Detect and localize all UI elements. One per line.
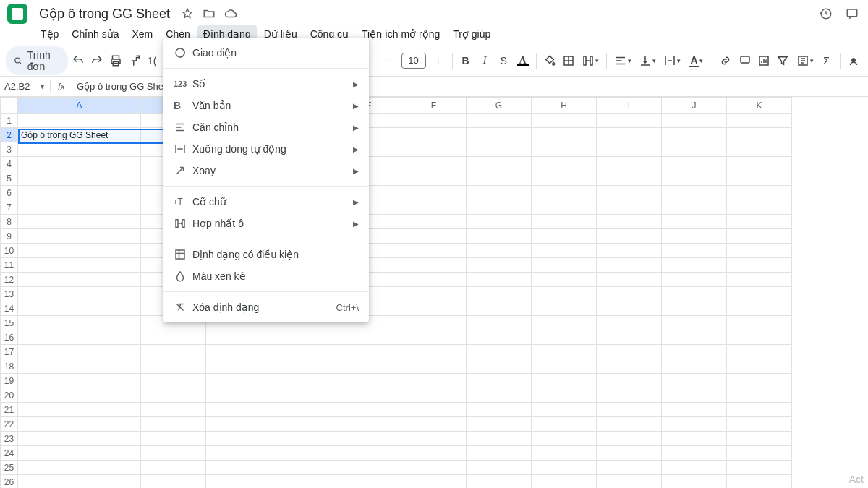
comment-button[interactable]	[736, 51, 754, 70]
cell-I12[interactable]	[597, 273, 662, 287]
cell-J21[interactable]	[662, 403, 727, 417]
cell-B25[interactable]	[141, 461, 206, 475]
cell-F10[interactable]	[401, 244, 467, 258]
cell-C23[interactable]	[206, 432, 271, 446]
cell-G16[interactable]	[467, 330, 532, 345]
star-icon[interactable]	[179, 5, 196, 22]
cell-E18[interactable]	[336, 359, 401, 374]
cell-B24[interactable]	[141, 446, 206, 461]
row-header-10[interactable]: 10	[1, 244, 18, 258]
cell-I26[interactable]	[597, 475, 662, 489]
cell-A6[interactable]	[18, 186, 141, 200]
cell-J23[interactable]	[662, 432, 727, 446]
cell-F21[interactable]	[401, 403, 467, 417]
cell-H17[interactable]	[532, 345, 597, 359]
cell-J19[interactable]	[662, 374, 727, 388]
row-header-21[interactable]: 21	[1, 403, 18, 417]
cell-I18[interactable]	[597, 359, 662, 374]
row-header-11[interactable]: 11	[1, 258, 18, 273]
cell-J2[interactable]	[662, 128, 727, 142]
cell-I22[interactable]	[597, 417, 662, 432]
cell-A1[interactable]	[18, 114, 141, 128]
cell-F19[interactable]	[401, 374, 467, 388]
cell-J18[interactable]	[662, 359, 727, 374]
cell-J13[interactable]	[662, 287, 727, 301]
cell-H19[interactable]	[532, 374, 597, 388]
spreadsheet-grid[interactable]: ABCDEFGHIJK12Gộp ô trong GG Sheet3456789…	[0, 97, 868, 488]
sheets-logo-icon[interactable]	[7, 4, 27, 24]
cell-B22[interactable]	[141, 417, 206, 432]
cell-G21[interactable]	[467, 403, 532, 417]
row-header-2[interactable]: 2	[1, 128, 18, 142]
link-button[interactable]	[717, 51, 734, 70]
row-header-1[interactable]: 1	[1, 114, 18, 128]
row-header-13[interactable]: 13	[1, 287, 18, 301]
row-header-20[interactable]: 20	[1, 388, 18, 403]
cell-E22[interactable]	[336, 417, 401, 432]
cell-D16[interactable]	[271, 330, 336, 345]
cell-E26[interactable]	[336, 475, 401, 489]
cell-D23[interactable]	[271, 432, 336, 446]
cell-C16[interactable]	[206, 330, 271, 345]
cell-J3[interactable]	[662, 142, 727, 157]
cell-K11[interactable]	[727, 258, 792, 273]
cell-G9[interactable]	[467, 229, 532, 244]
cell-F15[interactable]	[401, 316, 467, 330]
cell-G12[interactable]	[467, 273, 532, 287]
cell-I20[interactable]	[597, 388, 662, 403]
cell-G8[interactable]	[467, 215, 532, 229]
cell-E16[interactable]	[336, 330, 401, 345]
toolbar-overflow-icon[interactable]	[845, 51, 862, 70]
cell-F14[interactable]	[401, 301, 467, 316]
cell-H14[interactable]	[532, 301, 597, 316]
cell-A13[interactable]	[18, 287, 141, 301]
cell-I2[interactable]	[597, 128, 662, 142]
fontsize-increase-button[interactable]: +	[429, 51, 448, 70]
cell-H23[interactable]	[532, 432, 597, 446]
cell-H7[interactable]	[532, 200, 597, 215]
cell-G19[interactable]	[467, 374, 532, 388]
cell-H3[interactable]	[532, 142, 597, 157]
cell-E21[interactable]	[336, 403, 401, 417]
row-header-7[interactable]: 7	[1, 200, 18, 215]
history-icon[interactable]	[817, 5, 835, 22]
row-header-6[interactable]: 6	[1, 186, 18, 200]
name-box[interactable]: A2:B2 ▼	[0, 80, 51, 93]
cell-H9[interactable]	[532, 229, 597, 244]
cell-G11[interactable]	[467, 258, 532, 273]
cell-F11[interactable]	[401, 258, 467, 273]
cell-F13[interactable]	[401, 287, 467, 301]
cell-K26[interactable]	[727, 475, 792, 489]
cell-F22[interactable]	[401, 417, 467, 432]
cell-J16[interactable]	[662, 330, 727, 345]
cell-F26[interactable]	[401, 475, 467, 489]
cell-I1[interactable]	[597, 114, 662, 128]
cell-A23[interactable]	[18, 432, 141, 446]
cell-F5[interactable]	[401, 171, 467, 186]
cell-B26[interactable]	[141, 475, 206, 489]
cell-K15[interactable]	[727, 316, 792, 330]
print-button[interactable]	[107, 51, 124, 70]
row-header-14[interactable]: 14	[1, 301, 18, 316]
menu-item-fontsize[interactable]: TT Cỡ chữ ▶	[163, 191, 369, 213]
cell-F20[interactable]	[401, 388, 467, 403]
undo-button[interactable]	[69, 51, 87, 70]
cell-J26[interactable]	[662, 475, 727, 489]
cell-I23[interactable]	[597, 432, 662, 446]
text-color-button[interactable]: A	[514, 51, 531, 70]
cell-A5[interactable]	[18, 171, 141, 186]
row-header-22[interactable]: 22	[1, 417, 18, 432]
cell-H16[interactable]	[532, 330, 597, 345]
cell-G23[interactable]	[467, 432, 532, 446]
merge-button[interactable]: ▾	[579, 51, 602, 70]
cell-D19[interactable]	[271, 374, 336, 388]
menu-search[interactable]: Trình đơn	[6, 46, 68, 75]
cell-D24[interactable]	[271, 446, 336, 461]
cell-F17[interactable]	[401, 345, 467, 359]
col-header-H[interactable]: H	[532, 98, 597, 114]
cell-B18[interactable]	[141, 359, 206, 374]
cell-A21[interactable]	[18, 403, 141, 417]
cell-G22[interactable]	[467, 417, 532, 432]
cell-F1[interactable]	[401, 114, 467, 128]
cell-K16[interactable]	[727, 330, 792, 345]
